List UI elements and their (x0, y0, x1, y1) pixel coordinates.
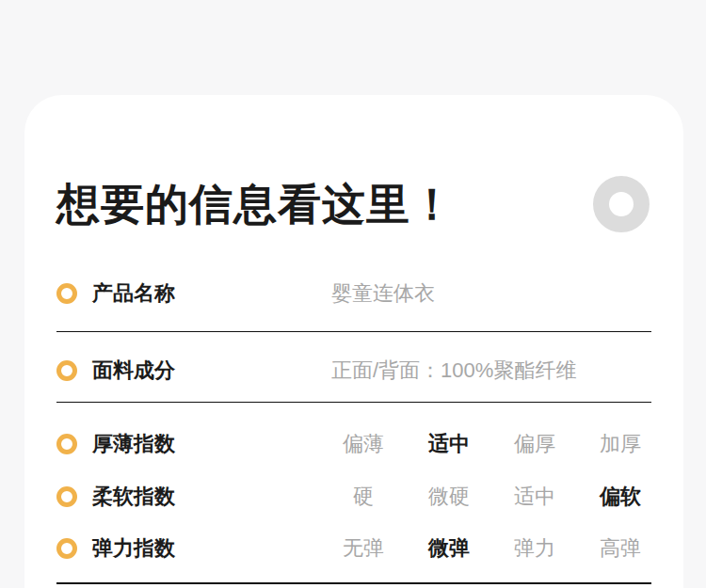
option-item: 偏厚 (504, 430, 566, 458)
option-item: 适中 (504, 483, 566, 511)
fabric-composition-label: 面料成分 (92, 357, 175, 385)
option-item: 偏软 (589, 483, 651, 511)
product-info-card: 想要的信息看这里！ 产品名称 婴童连体衣 面料成分 正面/背面：100%聚酯纤维… (24, 95, 683, 588)
page-title: 想要的信息看这里！ (56, 178, 455, 230)
option-item: 弹力 (504, 534, 566, 563)
row-thickness-index: 厚薄指数 偏薄 适中 偏厚 加厚 (56, 430, 651, 458)
softness-index-label: 柔软指数 (92, 483, 175, 511)
option-item: 高弹 (589, 534, 651, 563)
row-fabric-composition: 面料成分 正面/背面：100%聚酯纤维 (56, 357, 651, 385)
row-elasticity-index: 弹力指数 无弹 微弹 弹力 高弹 (56, 534, 651, 563)
divider (56, 331, 651, 332)
product-name-value: 婴童连体衣 (331, 279, 435, 308)
option-item: 硬 (332, 483, 394, 511)
option-item: 微硬 (418, 483, 480, 511)
elasticity-index-label: 弹力指数 (92, 534, 175, 563)
bullet-ring-icon (56, 434, 77, 454)
option-item: 无弹 (332, 534, 394, 563)
option-item: 加厚 (589, 430, 651, 458)
bullet-ring-icon (56, 538, 77, 559)
card-header: 想要的信息看这里！ (56, 178, 651, 230)
option-item: 偏薄 (332, 430, 394, 458)
row-product-name: 产品名称 婴童连体衣 (56, 279, 651, 308)
option-item: 适中 (418, 430, 480, 458)
thickness-options: 偏薄 适中 偏厚 加厚 (332, 430, 651, 458)
ring-ornament-icon (593, 176, 650, 232)
option-item: 微弹 (418, 534, 480, 563)
elasticity-options: 无弹 微弹 弹力 高弹 (332, 534, 651, 563)
fabric-composition-value: 正面/背面：100%聚酯纤维 (331, 357, 576, 385)
row-softness-index: 柔软指数 硬 微硬 适中 偏软 (56, 483, 651, 511)
bullet-ring-icon (56, 360, 77, 381)
bullet-ring-icon (56, 486, 77, 507)
divider (56, 582, 651, 584)
bullet-ring-icon (56, 283, 77, 304)
page-background: 想要的信息看这里！ 产品名称 婴童连体衣 面料成分 正面/背面：100%聚酯纤维… (0, 0, 706, 588)
divider (56, 402, 651, 403)
product-name-label: 产品名称 (92, 279, 175, 308)
softness-options: 硬 微硬 适中 偏软 (332, 483, 651, 511)
thickness-index-label: 厚薄指数 (92, 430, 175, 458)
